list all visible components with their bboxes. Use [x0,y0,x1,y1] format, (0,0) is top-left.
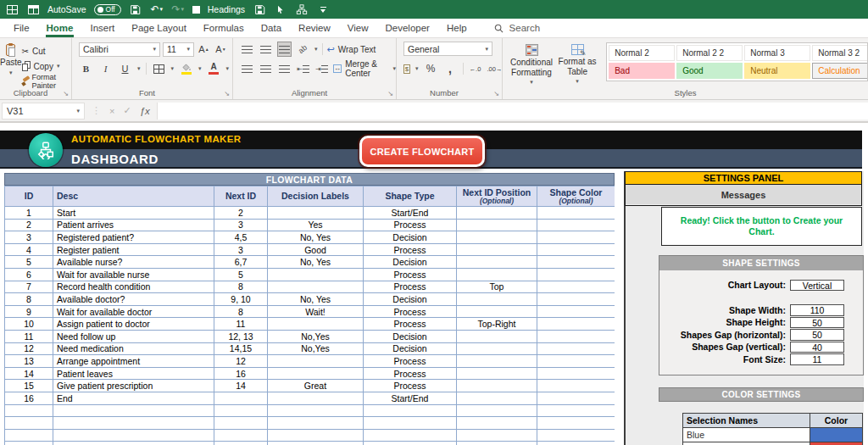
cut-button[interactable]: ✂Cut [22,44,71,58]
copy-button[interactable]: Copy▾ [22,59,71,73]
cell-shape-color[interactable] [537,219,615,231]
cell-next-id[interactable]: 2 [214,207,268,220]
cell-style-option[interactable]: Good [676,63,743,79]
cell-next-id[interactable]: 11 [214,318,268,331]
cell-next-id-position[interactable] [457,429,537,442]
cell-shape-color[interactable] [537,392,615,404]
cell-decision-labels[interactable] [268,355,364,368]
cell-decision-labels[interactable]: No, Yes [268,293,364,306]
clipboard-dialog-launcher-icon[interactable]: ↘ [63,90,69,97]
cell-id[interactable]: 3 [5,231,53,244]
cell-decision-labels[interactable]: No, Yes [268,256,364,269]
cell-desc[interactable]: Available doctor? [53,293,214,306]
cell-shape-type[interactable]: Process [364,243,457,256]
format-painter-button[interactable]: Format Painter [22,75,71,88]
cell-style-option[interactable]: Calculation [812,63,868,79]
orientation-caret[interactable]: ▾ [314,46,318,53]
cell-next-id[interactable]: 12, 13 [214,330,268,342]
cell-desc[interactable]: Wait for available doctor [53,305,214,318]
cell-id[interactable] [5,429,53,442]
col-header-id[interactable]: ID [5,186,53,207]
cell-shape-type[interactable]: Decision [364,330,457,342]
cell-next-id-position[interactable] [457,330,537,342]
col-header-decision-labels[interactable]: Decision Labels [268,186,364,207]
cell-decision-labels[interactable] [268,281,364,293]
workbook-grid-icon[interactable] [5,3,19,16]
cell-next-id-position[interactable]: Top-Right [457,318,537,331]
paste-dropdown-caret[interactable]: ▾ [9,70,13,76]
cell-style-option[interactable]: Neutral [744,63,810,79]
wrap-text-button[interactable]: ↩Wrap Text [327,42,376,56]
cell-style-option[interactable]: Normal 2 [609,45,675,61]
cursor-icon[interactable] [274,3,287,16]
percent-style-button[interactable]: % [424,61,438,76]
cell-desc[interactable]: Assign patient to doctor [53,318,214,331]
redo-button[interactable]: ↷▾ [171,3,185,16]
ribbon-tab[interactable]: Developer [377,19,438,37]
cell-decision-labels[interactable] [268,392,364,404]
cell-next-id[interactable]: 14 [214,380,268,392]
align-bottom-button[interactable] [277,42,292,57]
cell-next-id[interactable]: 12 [214,355,268,368]
cell-shape-color[interactable] [537,330,615,342]
align-middle-button[interactable] [259,42,273,57]
cell-id[interactable]: 9 [5,305,53,318]
increase-indent-button[interactable]: ⇥ [314,61,329,76]
cell-next-id[interactable]: 8 [214,281,268,293]
decrease-indent-button[interactable]: ⇤ [296,61,310,76]
cell-shape-color[interactable] [537,404,615,417]
increase-decimal-button[interactable]: ←.0 [468,61,482,76]
col-header-shape-color[interactable]: Shape Color(Optional) [537,186,615,207]
cell-next-id-position[interactable] [457,293,537,306]
color-swatch-cell[interactable] [810,442,863,445]
cell-desc[interactable]: Patient arrives [53,219,214,231]
cell-desc[interactable]: End [53,392,214,404]
ribbon-tab[interactable]: View [339,19,377,37]
ribbon-tab[interactable]: Formulas [195,19,253,37]
create-flowchart-button[interactable]: CREATE FLOWCHART [359,136,485,167]
cell-desc[interactable]: Wait for available nurse [53,268,214,281]
search-control[interactable]: Search [494,23,540,33]
cell-shape-type[interactable]: Process [364,268,457,281]
cell-style-option[interactable]: Normal 3 [744,45,810,61]
bold-button[interactable]: B [79,61,93,76]
cell-next-id-position[interactable] [457,367,537,380]
cell-next-id[interactable]: 3 [214,243,268,256]
align-left-button[interactable] [240,61,254,76]
cell-shape-color[interactable] [537,256,615,269]
cell-next-id[interactable]: 14,15 [214,342,268,355]
cell-decision-labels[interactable] [268,429,364,442]
cell-next-id-position[interactable] [457,305,537,318]
font-size-combo[interactable]: 11▾ [163,42,194,57]
cell-desc[interactable]: Patient leaves [53,367,214,380]
font-color-button[interactable]: A [207,61,221,76]
cell-decision-labels[interactable]: No,Yes [268,330,364,342]
borders-caret[interactable]: ▾ [171,65,175,72]
cell-next-id-position[interactable] [457,342,537,355]
cell-next-id-position[interactable] [457,256,537,269]
cell-desc[interactable]: Need medication [53,342,214,355]
save-icon[interactable] [129,3,142,16]
cell-desc[interactable]: Registered patient? [53,231,214,244]
underline-caret[interactable]: ▾ [137,65,141,72]
cell-id[interactable]: 4 [5,243,53,256]
name-box[interactable]: V31▾ [2,103,85,120]
cell-next-id[interactable] [214,429,268,442]
number-format-combo[interactable]: General▾ [403,42,492,56]
cell-shape-color[interactable] [537,429,615,442]
setting-value-input[interactable]: Vertical [790,280,844,292]
cell-id[interactable]: 1 [5,207,53,220]
align-top-button[interactable] [240,42,254,57]
cell-decision-labels[interactable] [268,417,364,430]
cell-decision-labels[interactable] [268,207,364,220]
cell-shape-type[interactable]: Process [364,318,457,331]
cell-id[interactable]: 8 [5,293,53,306]
cell-shape-color[interactable] [537,268,615,281]
cell-next-id[interactable]: 8 [214,305,268,318]
cell-desc[interactable] [53,442,214,445]
cell-desc[interactable] [53,404,214,417]
paste-button[interactable]: Paste ▾ [0,42,22,88]
cell-shape-type[interactable]: Process [364,305,457,318]
orientation-button[interactable]: ab [296,42,310,57]
cell-shape-color[interactable] [537,318,615,331]
